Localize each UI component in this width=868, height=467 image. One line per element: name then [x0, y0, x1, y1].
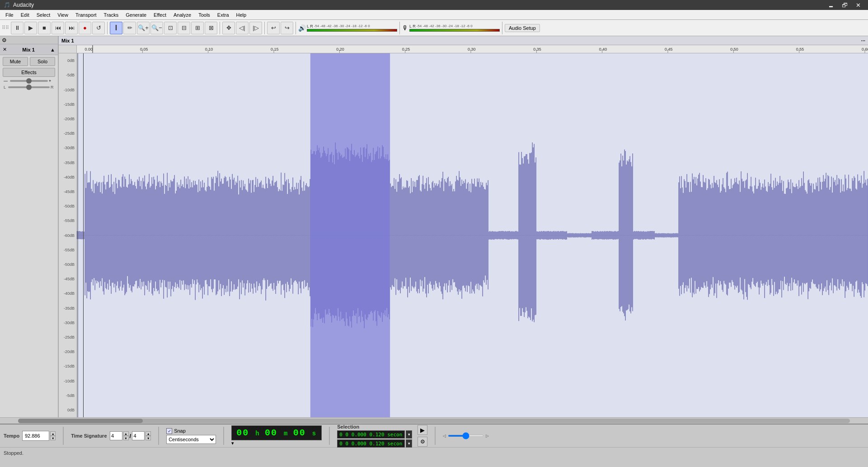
menu-generate[interactable]: Generate [122, 11, 150, 19]
timesig-den-up[interactable]: ▲ [145, 431, 151, 436]
toolbar-separator-6 [502, 22, 502, 34]
solo-button[interactable]: Solo [30, 57, 55, 66]
waveform-track-name: Mix 1 [61, 38, 74, 43]
menu-view[interactable]: View [54, 11, 72, 19]
menu-effect[interactable]: Effect [150, 11, 170, 19]
effects-button[interactable]: Effects [3, 68, 55, 77]
scrollbar-thumb[interactable] [18, 419, 143, 423]
trim-right-button[interactable]: |▷ [249, 22, 262, 34]
snap-unit-select[interactable]: Centiseconds Seconds Milliseconds Sample… [166, 435, 216, 444]
horizontal-scrollbar[interactable] [0, 417, 868, 424]
redo-button[interactable]: ↪ [281, 22, 293, 34]
timesig-den-down[interactable]: ▼ [145, 436, 151, 440]
track-controls: Mute Solo Effects — + L R [0, 55, 58, 91]
time-sig-numerator[interactable] [110, 431, 122, 440]
playback-speed-section: ◁ ▷ [443, 434, 489, 438]
record-button[interactable]: ● [79, 22, 91, 34]
waveform-more-options[interactable]: ··· [861, 38, 865, 43]
selection-start-dropdown[interactable]: ▾ [406, 430, 412, 439]
db-40: -40dB [64, 175, 75, 179]
time-expand-icon[interactable]: ▾ [231, 440, 234, 446]
undo-button[interactable]: ↩ [267, 22, 280, 34]
db-35: -35dB [64, 160, 75, 165]
ruler-tick-3: 0.15 [271, 47, 279, 52]
sel-start-row: ▾ [337, 430, 412, 439]
audio-setup-button[interactable]: Audio Setup [505, 24, 540, 32]
playback-speed-slider[interactable] [448, 435, 484, 437]
time-m-label: m [284, 430, 293, 437]
waveform-canvas-element[interactable] [77, 53, 868, 417]
time-sig-slash: / [130, 433, 131, 439]
multi-tool-button[interactable]: ✥ [222, 22, 235, 34]
db-labels: 0dB -5dB -10dB -15dB -20dB -25dB -30dB -… [59, 45, 77, 417]
mute-button[interactable]: Mute [3, 57, 28, 66]
sel-action-buttons: ▶ ⚙ [418, 425, 427, 447]
track-close-icon[interactable]: ✕ [3, 47, 7, 52]
minimize-button[interactable]: 🗕 [825, 0, 837, 9]
pause-button[interactable]: ⏸ [11, 22, 23, 34]
stop-button[interactable]: ■ [38, 22, 51, 34]
time-signature-section: Time Signature ▲ ▼ / ▲ ▼ [71, 431, 151, 440]
loop-button[interactable]: ↺ [92, 22, 105, 34]
timesig-num-down[interactable]: ▼ [123, 436, 129, 440]
maximize-button[interactable]: 🗗 [838, 0, 851, 9]
snap-checkbox[interactable]: ✓ [166, 428, 172, 434]
zoom-toggle-button[interactable]: ⊠ [205, 22, 217, 34]
zoom-out-button[interactable]: 🔍− [150, 22, 163, 34]
timesig-num-up[interactable]: ▲ [123, 431, 129, 436]
track-settings-icon[interactable]: ⚙ [2, 37, 7, 43]
ruler-tick-9: 0.45 [665, 47, 673, 52]
menu-help[interactable]: Help [233, 11, 250, 19]
selection-end-input[interactable] [337, 439, 405, 448]
fit-vertically-button[interactable]: ⊟ [178, 22, 190, 34]
tempo-input[interactable] [22, 431, 49, 441]
fit-project-button[interactable]: ⊡ [164, 22, 177, 34]
db-5: -5dB [66, 73, 75, 77]
selection-start-input[interactable] [337, 430, 405, 439]
time-sig-denominator[interactable] [132, 431, 145, 440]
section-divider-4 [329, 427, 330, 445]
cursor-tool-button[interactable]: I [110, 22, 122, 34]
scrollbar-track[interactable] [18, 419, 850, 423]
menu-tools[interactable]: Tools [195, 11, 214, 19]
menu-analyze[interactable]: Analyze [170, 11, 195, 19]
ruler: 0.00 0.05 0.10 0.15 0.20 0.25 [77, 45, 868, 53]
toolbar-separator-4 [296, 22, 296, 34]
section-divider-1 [63, 427, 64, 445]
db-50: -50dB [64, 204, 75, 208]
menu-extra[interactable]: Extra [214, 11, 233, 19]
tempo-down-button[interactable]: ▼ [50, 436, 56, 440]
gain-plus-icon: + [49, 79, 54, 83]
app-title: 🎵 Audacity [4, 2, 825, 8]
track-collapse-icon[interactable]: ▲ [50, 47, 55, 52]
track-title-bar: Mix 1 ··· [59, 36, 868, 45]
selection-end-dropdown[interactable]: ▾ [406, 439, 412, 448]
db-35b: -35dB [64, 306, 75, 311]
forward-button[interactable]: ⏭ [65, 22, 78, 34]
close-button[interactable]: ✕ [852, 0, 864, 9]
menu-transport[interactable]: Transport [72, 11, 100, 19]
tempo-up-button[interactable]: ▲ [50, 431, 56, 436]
rewind-button[interactable]: ⏮ [52, 22, 64, 34]
pan-slider[interactable] [8, 86, 50, 88]
menu-file[interactable]: File [2, 11, 17, 19]
selection-play-button[interactable]: ▶ [418, 425, 427, 435]
track-settings-bar: ⚙ [0, 36, 58, 44]
zoom-in-button[interactable]: 🔍+ [137, 22, 150, 34]
waveform-canvas[interactable] [77, 53, 868, 417]
menu-tracks[interactable]: Tracks [100, 11, 122, 19]
snap-label: Snap [174, 428, 186, 434]
zoom-selection-button[interactable]: ⊞ [191, 22, 204, 34]
db-20: -20dB [64, 117, 75, 121]
trim-left-button[interactable]: ◁| [236, 22, 249, 34]
waveform-container: Mix 1 ··· 0dB -5dB -10dB -15dB -20dB -25… [59, 36, 868, 417]
menu-select[interactable]: Select [33, 11, 54, 19]
menu-edit[interactable]: Edit [17, 11, 33, 19]
selection-gear-button[interactable]: ⚙ [418, 437, 427, 447]
ruler-tick-8: 0.40 [599, 47, 607, 52]
play-button[interactable]: ▶ [24, 22, 37, 34]
bottom-controls: Tempo ▲ ▼ Time Signature ▲ ▼ / ▲ ▼ [0, 424, 868, 447]
gain-slider[interactable] [10, 80, 48, 82]
input-level-bar [409, 29, 500, 32]
draw-tool-button[interactable]: ✏ [123, 22, 136, 34]
